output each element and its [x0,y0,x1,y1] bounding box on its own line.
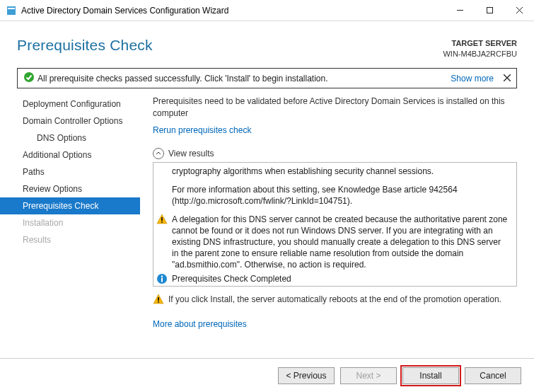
sidebar-item-installation: Installation [0,214,140,231]
minimize-button[interactable] [445,0,475,21]
svg-rect-15 [158,297,159,301]
sidebar-item-prerequisites-check[interactable]: Prerequisites Check [0,197,140,214]
result-completed-info: Prerequisites Check Completed [172,273,291,284]
page-title: Prerequisites Check [17,37,443,54]
sidebar-item-results: Results [0,231,140,248]
svg-point-12 [161,275,163,277]
results-box[interactable]: cryptography algorithms when establishin… [153,162,517,287]
maximize-button[interactable] [475,0,504,21]
install-button[interactable]: Install [402,367,459,384]
target-server-block: TARGET SERVER WIN-M4BJA2RCFBU [443,37,517,59]
warning-icon [153,294,164,308]
title-bar: Active Directory Domain Services Configu… [0,0,534,21]
svg-rect-3 [487,8,492,13]
result-delegation-warning: A delegation for this DNS server cannot … [172,214,509,270]
more-about-prerequisites-link[interactable]: More about prerequisites [153,319,517,329]
target-server-name: WIN-M4BJA2RCFBU [443,49,517,59]
chevron-up-icon [153,148,164,159]
svg-rect-1 [8,8,15,9]
sidebar-item-additional-options[interactable]: Additional Options [0,146,140,163]
sidebar-item-deployment-configuration[interactable]: Deployment Configuration [0,96,140,113]
close-window-button[interactable] [504,0,534,21]
next-button: Next > [340,367,397,384]
reboot-warning: If you click Install, the server automat… [153,294,517,308]
main-panel: Prerequisites need to be validated befor… [140,94,534,329]
intro-text: Prerequisites need to be validated befor… [153,96,517,120]
show-more-link[interactable]: Show more [451,74,494,83]
svg-point-6 [24,72,34,82]
previous-button[interactable]: < Previous [278,367,335,384]
result-crypto-line: cryptography algorithms when establishin… [172,166,509,177]
footer: < Previous Next > Install Cancel [0,358,534,392]
sidebar: Deployment Configuration Domain Controll… [0,94,140,329]
svg-rect-0 [7,6,16,15]
reboot-warning-text: If you click Install, the server automat… [168,294,501,305]
info-icon [156,273,168,287]
sidebar-item-paths[interactable]: Paths [0,163,140,180]
success-icon [23,71,35,85]
svg-rect-16 [158,301,159,303]
warning-icon [156,214,168,228]
view-results-label: View results [168,149,214,158]
header: Prerequisites Check TARGET SERVER WIN-M4… [0,21,534,68]
status-bar: All prerequisite checks passed successfu… [17,68,517,88]
sidebar-item-dns-options[interactable]: DNS Options [0,129,140,146]
result-kb-line: For more information about this setting,… [172,184,509,207]
svg-rect-9 [161,217,163,221]
cancel-button[interactable]: Cancel [465,367,521,384]
target-label: TARGET SERVER [452,39,518,47]
app-icon [6,5,17,16]
svg-rect-10 [161,221,163,223]
view-results-toggle[interactable]: View results [153,148,517,159]
sidebar-item-domain-controller-options[interactable]: Domain Controller Options [0,113,140,129]
rerun-prerequisites-link[interactable]: Rerun prerequisites check [153,125,517,135]
window-title: Active Directory Domain Services Configu… [21,6,445,16]
body: Deployment Configuration Domain Controll… [0,94,534,329]
close-status-button[interactable] [504,74,511,83]
sidebar-item-review-options[interactable]: Review Options [0,180,140,197]
status-message: All prerequisite checks passed successfu… [35,74,451,83]
svg-rect-13 [161,278,163,282]
